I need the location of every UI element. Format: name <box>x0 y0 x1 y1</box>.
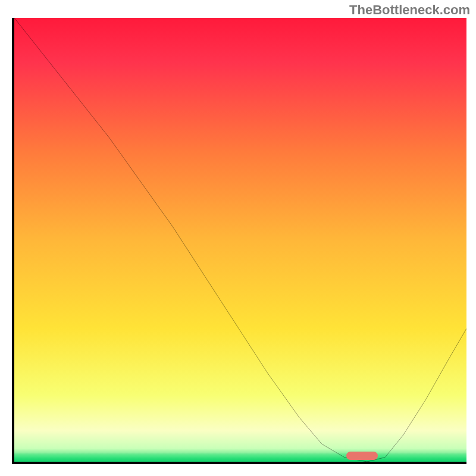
optimal-range-marker <box>346 452 378 460</box>
plot-area <box>12 18 466 464</box>
bottleneck-curve <box>14 18 466 462</box>
x-axis-line <box>12 462 466 464</box>
watermark-text: TheBottleneck.com <box>349 2 470 18</box>
chart-container: TheBottleneck.com <box>0 0 476 476</box>
